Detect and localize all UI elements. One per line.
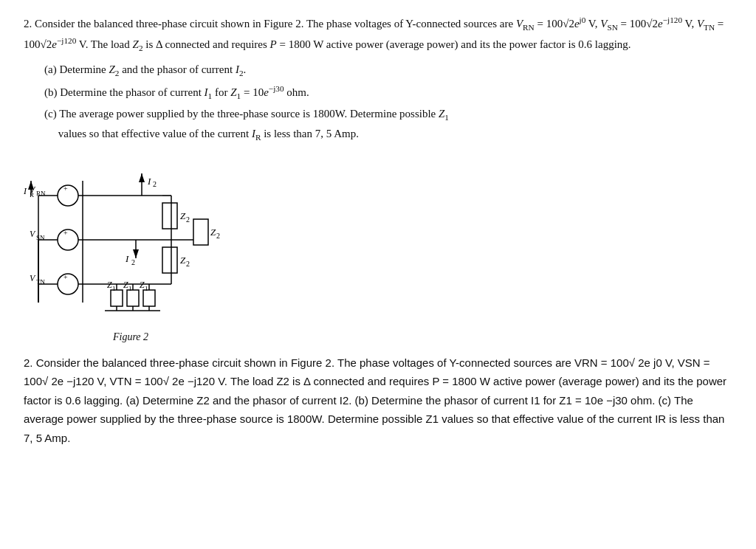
part-c: (c) The average power supplied by the th…: [44, 105, 732, 145]
svg-text:V: V: [30, 229, 36, 239]
svg-marker-43: [133, 249, 139, 258]
svg-text:1: 1: [145, 285, 148, 292]
svg-rect-55: [143, 290, 155, 306]
svg-point-21: [58, 274, 78, 294]
plain-text-content: 2. Consider the balanced three-phase cir…: [24, 356, 726, 444]
svg-text:Z: Z: [140, 280, 145, 290]
part-b: (b) Determine the phasor of current I1 f…: [44, 82, 732, 103]
svg-text:R: R: [30, 191, 34, 198]
svg-rect-34: [162, 203, 177, 229]
svg-text:Z: Z: [123, 280, 128, 290]
svg-text:2: 2: [131, 258, 135, 266]
svg-text:I: I: [24, 186, 27, 196]
plain-text-section: 2. Consider the balanced three-phase cir…: [24, 353, 732, 448]
figure-container: I 2 + V RN + V SN + V: [24, 159, 732, 343]
svg-text:2: 2: [186, 260, 190, 268]
problem-number: 2.: [24, 18, 32, 30]
svg-marker-6: [139, 173, 145, 182]
svg-text:SN: SN: [36, 234, 45, 241]
svg-text:+: +: [63, 273, 68, 281]
svg-text:2: 2: [216, 232, 220, 240]
svg-text:+: +: [63, 229, 68, 237]
svg-text:I: I: [125, 253, 129, 264]
svg-text:1: 1: [112, 285, 116, 292]
svg-text:V: V: [30, 273, 36, 283]
figure-caption: Figure 2: [113, 331, 148, 343]
svg-point-15: [58, 229, 78, 250]
svg-point-9: [58, 185, 78, 206]
svg-rect-49: [111, 290, 123, 306]
svg-text:Z: Z: [180, 210, 186, 221]
circuit-diagram: I 2 + V RN + V SN + V: [24, 159, 238, 328]
svg-text:I: I: [147, 176, 151, 187]
svg-text:1: 1: [128, 285, 132, 292]
svg-text:Z: Z: [107, 280, 112, 290]
svg-text:Z: Z: [210, 227, 216, 238]
svg-text:2: 2: [153, 180, 157, 188]
sub-parts: (a) Determine Z2 and the phasor of curre…: [44, 61, 732, 145]
svg-text:RN: RN: [36, 190, 46, 197]
svg-rect-52: [127, 290, 139, 306]
figure-wrap: I 2 + V RN + V SN + V: [24, 159, 238, 343]
problem-section: 2. Consider the balanced three-phase cir…: [24, 13, 732, 145]
svg-text:+: +: [63, 184, 68, 193]
part-a: (a) Determine Z2 and the phasor of curre…: [44, 61, 732, 80]
svg-text:TN: TN: [36, 278, 45, 286]
svg-text:Z: Z: [180, 255, 186, 266]
svg-rect-46: [162, 247, 177, 273]
svg-text:2: 2: [186, 215, 190, 224]
problem-intro: 2. Consider the balanced three-phase cir…: [24, 13, 732, 55]
svg-rect-37: [193, 219, 208, 245]
